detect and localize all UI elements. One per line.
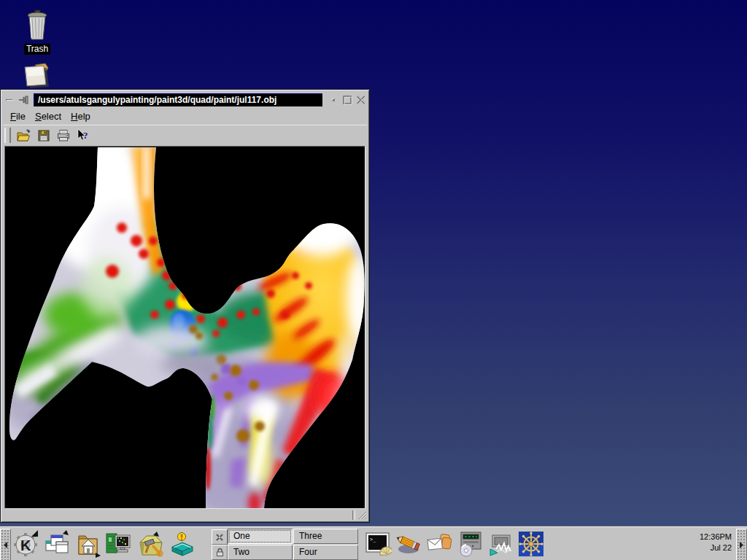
pager-desktop-four[interactable]: Four — [293, 545, 358, 560]
sound-mixer-icon — [487, 530, 514, 558]
titlebar[interactable]: /users/atulsgangulypainting/paint3d/quad… — [3, 92, 367, 108]
sticky-pin-icon[interactable] — [17, 94, 29, 106]
lock-icon — [215, 548, 225, 557]
clock-time: 12:36PM — [700, 532, 732, 542]
paint3d-window: /users/atulsgangulypainting/paint3d/quad… — [0, 89, 370, 523]
toolbox-icon — [136, 529, 165, 559]
logout-x-icon — [215, 533, 224, 542]
print-button[interactable] — [55, 127, 72, 144]
clock-date: Jul 22 — [700, 542, 732, 553]
save-floppy-icon — [36, 128, 51, 143]
context-help-button[interactable]: ? — [74, 127, 92, 144]
logout-button[interactable] — [212, 529, 228, 545]
statusbar-separator — [352, 510, 355, 520]
minimize-dash-icon[interactable] — [3, 94, 15, 106]
terminal-button[interactable] — [104, 529, 133, 559]
control-helm-button[interactable] — [516, 529, 546, 559]
terminal-icon — [104, 529, 133, 559]
window-resize-grip[interactable] — [357, 510, 367, 519]
desktop: { "desktop": { "trash_label": "Trash", "… — [0, 0, 747, 560]
panel-clock: 12:36PM Jul 22 — [700, 532, 732, 553]
control-helm-icon — [517, 530, 545, 558]
window-list-icon — [42, 529, 71, 559]
lock-button[interactable] — [212, 545, 228, 560]
context-help-icon: ? — [75, 128, 91, 143]
mixer-button[interactable] — [486, 529, 515, 559]
svg-text:>_: >_ — [370, 537, 376, 542]
painting-3d-surface — [5, 147, 365, 509]
maximize-box-icon[interactable] — [341, 94, 353, 106]
pager-desktop-one[interactable]: One — [228, 529, 293, 544]
iconify-dot-icon[interactable] — [327, 94, 339, 106]
taskbar: K — [0, 526, 747, 560]
save-button[interactable] — [35, 127, 53, 144]
statusbar — [3, 509, 367, 520]
open-button[interactable] — [15, 127, 33, 144]
cd-player-button[interactable] — [455, 529, 484, 559]
window-title[interactable]: /users/atulsgangulypainting/paint3d/quad… — [34, 93, 322, 106]
desktop-icon-folder[interactable] — [11, 61, 62, 90]
mail-button[interactable] — [425, 529, 454, 559]
trash-label: Trash — [24, 44, 50, 55]
help-button[interactable] — [166, 529, 196, 559]
printer-icon — [56, 128, 71, 143]
pager-desktop-two[interactable]: Two — [228, 545, 293, 560]
svg-text:K: K — [20, 537, 31, 553]
arrow-left-icon — [3, 542, 8, 548]
paint-canvas[interactable] — [4, 146, 365, 509]
home-folder-icon — [73, 529, 102, 559]
home-button[interactable] — [73, 529, 102, 559]
cd-player-icon — [456, 530, 484, 558]
k-menu-icon: K — [12, 529, 41, 559]
panel-hide-right-handle[interactable] — [736, 529, 747, 560]
close-x-icon[interactable] — [355, 94, 367, 106]
svg-text:?: ? — [83, 130, 88, 141]
arrow-right-icon — [739, 542, 744, 548]
open-folder-icon — [16, 128, 32, 143]
panel-hide-left-handle[interactable] — [0, 529, 11, 560]
toolbox-button[interactable] — [136, 529, 165, 559]
editor-button[interactable] — [394, 529, 423, 559]
menubar: File Select Help — [3, 108, 367, 125]
menu-select[interactable]: Select — [35, 111, 61, 122]
desktop-icon-trash[interactable]: Trash — [12, 9, 63, 55]
menu-file[interactable]: File — [10, 111, 26, 122]
toolbar: ? — [3, 125, 367, 145]
k-menu-button[interactable]: K — [12, 529, 41, 559]
pager-desktop-three[interactable]: Three — [293, 529, 358, 544]
edit-pencil-icon — [395, 530, 422, 558]
help-book-icon — [166, 529, 196, 559]
konsole-button[interactable]: >_ — [363, 529, 392, 559]
menu-help[interactable]: Help — [71, 111, 90, 122]
window-list-button[interactable] — [42, 529, 71, 559]
folder-icon — [20, 61, 53, 90]
mail-icon — [425, 530, 453, 558]
toolbar-handle[interactable] — [4, 128, 11, 143]
trash-icon — [22, 9, 53, 42]
konsole-shell-icon: >_ — [364, 530, 392, 558]
